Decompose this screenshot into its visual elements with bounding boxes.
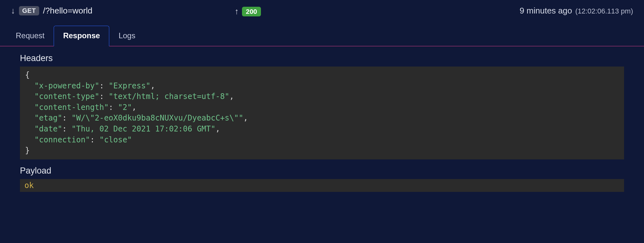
tab-bar: Request Response Logs [0,21,644,46]
tab-response[interactable]: Response [54,26,109,46]
response-panel: Headers { "x-powered-by": "Express", "co… [0,46,644,202]
headers-title: Headers [20,53,624,63]
request-path: /?hello=world [43,6,93,16]
timestamp-absolute: (12:02:06.113 pm) [575,7,633,15]
incoming-arrow-icon: ↓ [11,6,15,16]
outgoing-arrow-icon: ↑ [235,6,239,16]
payload-title: Payload [20,166,624,176]
http-method-badge: GET [19,6,39,15]
tab-logs[interactable]: Logs [109,26,145,46]
response-status: ↑ 200 [235,6,261,16]
status-code-badge: 200 [242,7,261,16]
request-summary-bar: ↓ GET /?hello=world ↑ 200 9 minutes ago … [0,0,644,18]
tab-request[interactable]: Request [6,26,54,46]
timestamp: 9 minutes ago (12:02:06.113 pm) [520,6,633,16]
payload-code-block[interactable]: ok [20,179,624,192]
headers-code-block[interactable]: { "x-powered-by": "Express", "content-ty… [20,67,624,159]
timestamp-relative: 9 minutes ago [520,6,572,16]
